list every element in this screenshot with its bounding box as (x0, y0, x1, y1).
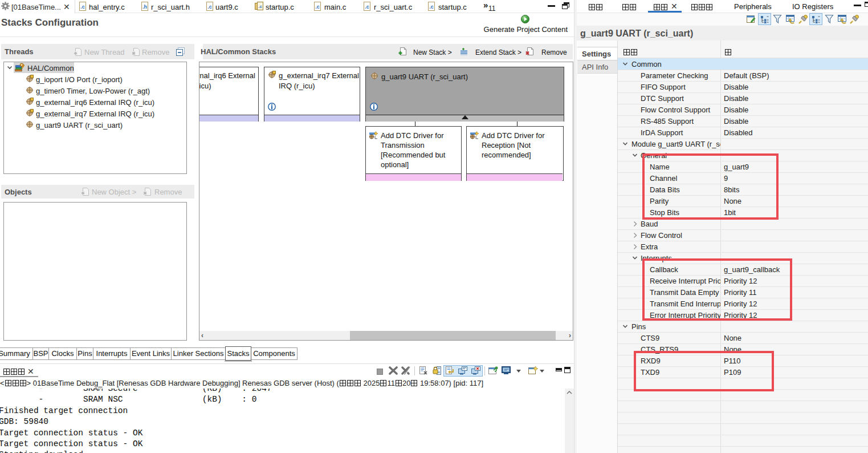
svg-text:.c: .c (315, 4, 320, 10)
svg-text:.c: .c (258, 4, 262, 9)
svg-text:.c: .c (80, 4, 85, 10)
svg-text:.c: .c (429, 4, 434, 10)
svg-text:.h: .h (142, 4, 147, 10)
svg-text:.c: .c (207, 4, 212, 10)
svg-text:.c: .c (365, 4, 369, 10)
